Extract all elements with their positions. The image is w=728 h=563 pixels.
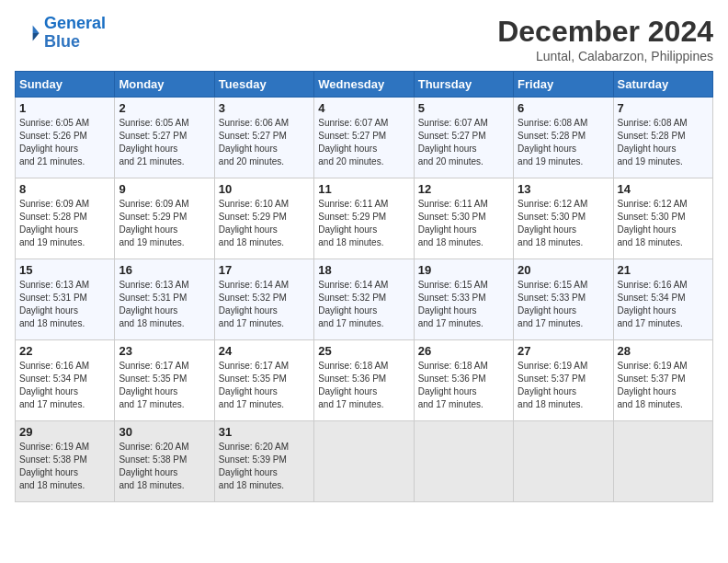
day-info: Sunrise: 6:07 AM Sunset: 5:27 PM Dayligh… — [318, 117, 409, 168]
weekday-header: Monday — [115, 72, 214, 98]
day-info: Sunrise: 6:15 AM Sunset: 5:33 PM Dayligh… — [418, 279, 509, 330]
day-number: 11 — [318, 182, 409, 196]
weekday-header: Thursday — [414, 72, 513, 98]
day-number: 14 — [618, 182, 709, 196]
calendar-week-row: 22 Sunrise: 6:16 AM Sunset: 5:34 PM Dayl… — [16, 340, 713, 421]
day-info: Sunrise: 6:19 AM Sunset: 5:37 PM Dayligh… — [518, 360, 609, 411]
day-info: Sunrise: 6:16 AM Sunset: 5:34 PM Dayligh… — [19, 360, 110, 411]
day-info: Sunrise: 6:15 AM Sunset: 5:33 PM Dayligh… — [518, 279, 609, 330]
day-number: 13 — [518, 182, 609, 196]
day-number: 15 — [19, 263, 110, 277]
day-info: Sunrise: 6:14 AM Sunset: 5:32 PM Dayligh… — [318, 279, 409, 330]
day-info: Sunrise: 6:18 AM Sunset: 5:36 PM Dayligh… — [318, 360, 409, 411]
calendar-table: SundayMondayTuesdayWednesdayThursdayFrid… — [15, 71, 713, 502]
day-number: 4 — [318, 101, 409, 115]
day-info: Sunrise: 6:07 AM Sunset: 5:27 PM Dayligh… — [418, 117, 509, 168]
day-info: Sunrise: 6:16 AM Sunset: 5:34 PM Dayligh… — [618, 279, 709, 330]
day-info: Sunrise: 6:17 AM Sunset: 5:35 PM Dayligh… — [119, 360, 210, 411]
day-number: 6 — [518, 101, 609, 115]
day-info: Sunrise: 6:05 AM Sunset: 5:26 PM Dayligh… — [19, 117, 110, 168]
calendar-cell: 2 Sunrise: 6:05 AM Sunset: 5:27 PM Dayli… — [115, 98, 214, 178]
weekday-header-row: SundayMondayTuesdayWednesdayThursdayFrid… — [16, 72, 713, 98]
calendar-cell: 4 Sunrise: 6:07 AM Sunset: 5:27 PM Dayli… — [314, 98, 414, 178]
day-number: 18 — [318, 263, 409, 277]
calendar-cell: 14 Sunrise: 6:12 AM Sunset: 5:30 PM Dayl… — [613, 178, 712, 259]
calendar-cell: 27 Sunrise: 6:19 AM Sunset: 5:37 PM Dayl… — [514, 340, 613, 421]
calendar-week-row: 29 Sunrise: 6:19 AM Sunset: 5:38 PM Dayl… — [16, 421, 713, 502]
calendar-cell: 18 Sunrise: 6:14 AM Sunset: 5:32 PM Dayl… — [314, 259, 414, 340]
logo-blue: Blue — [44, 32, 80, 51]
calendar-cell: 17 Sunrise: 6:14 AM Sunset: 5:32 PM Dayl… — [214, 259, 313, 340]
day-info: Sunrise: 6:20 AM Sunset: 5:39 PM Dayligh… — [219, 441, 310, 492]
weekday-header: Tuesday — [214, 72, 313, 98]
day-number: 1 — [19, 101, 110, 115]
calendar-cell: 20 Sunrise: 6:15 AM Sunset: 5:33 PM Dayl… — [514, 259, 613, 340]
calendar-cell: 19 Sunrise: 6:15 AM Sunset: 5:33 PM Dayl… — [414, 259, 513, 340]
day-info: Sunrise: 6:11 AM Sunset: 5:29 PM Dayligh… — [318, 198, 409, 249]
day-info: Sunrise: 6:09 AM Sunset: 5:29 PM Dayligh… — [119, 198, 210, 249]
weekday-header: Wednesday — [314, 72, 414, 98]
day-info: Sunrise: 6:19 AM Sunset: 5:38 PM Dayligh… — [19, 441, 110, 492]
calendar-cell — [613, 421, 712, 502]
logo-text: General Blue — [44, 15, 106, 52]
calendar-cell: 21 Sunrise: 6:16 AM Sunset: 5:34 PM Dayl… — [613, 259, 712, 340]
day-info: Sunrise: 6:13 AM Sunset: 5:31 PM Dayligh… — [119, 279, 210, 330]
day-number: 7 — [618, 101, 709, 115]
calendar-cell: 29 Sunrise: 6:19 AM Sunset: 5:38 PM Dayl… — [16, 421, 115, 502]
day-number: 3 — [219, 101, 310, 115]
calendar-cell: 25 Sunrise: 6:18 AM Sunset: 5:36 PM Dayl… — [314, 340, 414, 421]
day-number: 22 — [19, 344, 110, 358]
day-number: 23 — [119, 344, 210, 358]
calendar-cell: 15 Sunrise: 6:13 AM Sunset: 5:31 PM Dayl… — [16, 259, 115, 340]
day-number: 16 — [119, 263, 210, 277]
calendar-cell: 6 Sunrise: 6:08 AM Sunset: 5:28 PM Dayli… — [514, 98, 613, 178]
svg-marker-0 — [33, 25, 40, 32]
day-number: 25 — [318, 344, 409, 358]
calendar-cell: 13 Sunrise: 6:12 AM Sunset: 5:30 PM Dayl… — [514, 178, 613, 259]
day-info: Sunrise: 6:18 AM Sunset: 5:36 PM Dayligh… — [418, 360, 509, 411]
day-info: Sunrise: 6:13 AM Sunset: 5:31 PM Dayligh… — [19, 279, 110, 330]
page-header: General Blue December 2024 Luntal, Calab… — [15, 15, 713, 63]
title-block: December 2024 Luntal, Calabarzon, Philip… — [497, 15, 713, 63]
day-info: Sunrise: 6:06 AM Sunset: 5:27 PM Dayligh… — [219, 117, 310, 168]
calendar-cell: 9 Sunrise: 6:09 AM Sunset: 5:29 PM Dayli… — [115, 178, 214, 259]
day-info: Sunrise: 6:05 AM Sunset: 5:27 PM Dayligh… — [119, 117, 210, 168]
day-info: Sunrise: 6:08 AM Sunset: 5:28 PM Dayligh… — [518, 117, 609, 168]
calendar-cell: 22 Sunrise: 6:16 AM Sunset: 5:34 PM Dayl… — [16, 340, 115, 421]
calendar-cell: 12 Sunrise: 6:11 AM Sunset: 5:30 PM Dayl… — [414, 178, 513, 259]
day-info: Sunrise: 6:10 AM Sunset: 5:29 PM Dayligh… — [219, 198, 310, 249]
day-info: Sunrise: 6:11 AM Sunset: 5:30 PM Dayligh… — [418, 198, 509, 249]
calendar-cell: 31 Sunrise: 6:20 AM Sunset: 5:39 PM Dayl… — [214, 421, 313, 502]
calendar-week-row: 15 Sunrise: 6:13 AM Sunset: 5:31 PM Dayl… — [16, 259, 713, 340]
day-number: 17 — [219, 263, 310, 277]
day-info: Sunrise: 6:08 AM Sunset: 5:28 PM Dayligh… — [618, 117, 709, 168]
calendar-cell — [314, 421, 414, 502]
day-number: 31 — [219, 425, 310, 439]
day-info: Sunrise: 6:14 AM Sunset: 5:32 PM Dayligh… — [219, 279, 310, 330]
day-number: 9 — [119, 182, 210, 196]
weekday-header: Friday — [514, 72, 613, 98]
calendar-cell: 7 Sunrise: 6:08 AM Sunset: 5:28 PM Dayli… — [613, 98, 712, 178]
logo: General Blue — [15, 15, 106, 52]
day-number: 8 — [19, 182, 110, 196]
day-number: 21 — [618, 263, 709, 277]
day-number: 5 — [418, 101, 509, 115]
svg-marker-1 — [33, 33, 40, 40]
location: Luntal, Calabarzon, Philippines — [497, 49, 713, 63]
calendar-week-row: 1 Sunrise: 6:05 AM Sunset: 5:26 PM Dayli… — [16, 98, 713, 178]
day-number: 2 — [119, 101, 210, 115]
weekday-header: Saturday — [613, 72, 712, 98]
day-number: 19 — [418, 263, 509, 277]
calendar-cell: 11 Sunrise: 6:11 AM Sunset: 5:29 PM Dayl… — [314, 178, 414, 259]
calendar-cell: 3 Sunrise: 6:06 AM Sunset: 5:27 PM Dayli… — [214, 98, 313, 178]
day-number: 10 — [219, 182, 310, 196]
calendar-cell: 16 Sunrise: 6:13 AM Sunset: 5:31 PM Dayl… — [115, 259, 214, 340]
day-number: 28 — [618, 344, 709, 358]
calendar-cell — [414, 421, 513, 502]
calendar-cell — [514, 421, 613, 502]
day-info: Sunrise: 6:09 AM Sunset: 5:28 PM Dayligh… — [19, 198, 110, 249]
day-info: Sunrise: 6:19 AM Sunset: 5:37 PM Dayligh… — [618, 360, 709, 411]
calendar-cell: 5 Sunrise: 6:07 AM Sunset: 5:27 PM Dayli… — [414, 98, 513, 178]
day-number: 24 — [219, 344, 310, 358]
calendar-cell: 1 Sunrise: 6:05 AM Sunset: 5:26 PM Dayli… — [16, 98, 115, 178]
